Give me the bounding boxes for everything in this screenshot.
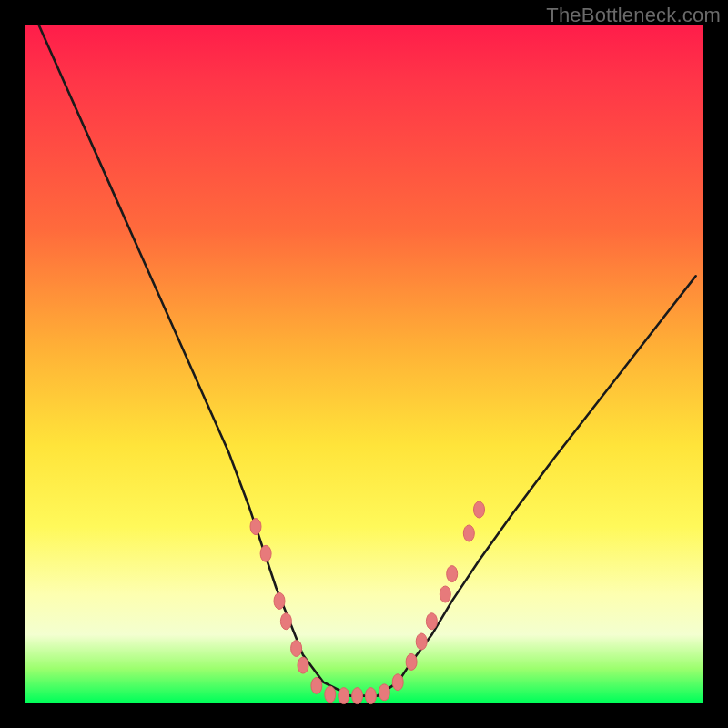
curve-marker xyxy=(274,592,285,609)
curve-marker xyxy=(406,653,417,670)
curve-marker xyxy=(392,674,403,691)
curve-marker xyxy=(474,501,485,518)
marker-group xyxy=(250,501,485,704)
curve-marker xyxy=(250,519,261,535)
curve-marker xyxy=(379,684,389,701)
curve-marker xyxy=(416,633,427,650)
curve-marker xyxy=(426,613,437,630)
bottleneck-curve xyxy=(39,25,696,696)
chart-frame: TheBottleneck.com xyxy=(0,0,728,728)
curve-marker xyxy=(280,613,291,630)
plot-area xyxy=(25,25,703,703)
curve-marker xyxy=(260,545,271,561)
curve-marker xyxy=(447,566,458,582)
curve-layer xyxy=(25,25,703,703)
curve-marker xyxy=(463,525,474,541)
curve-marker xyxy=(311,677,322,693)
curve-marker xyxy=(325,686,336,703)
curve-marker xyxy=(291,641,302,657)
curve-marker xyxy=(440,586,450,602)
curve-marker xyxy=(339,688,349,704)
curve-marker xyxy=(298,657,308,673)
curve-marker xyxy=(352,688,363,704)
watermark-text: TheBottleneck.com xyxy=(546,4,721,27)
curve-marker xyxy=(365,688,376,704)
